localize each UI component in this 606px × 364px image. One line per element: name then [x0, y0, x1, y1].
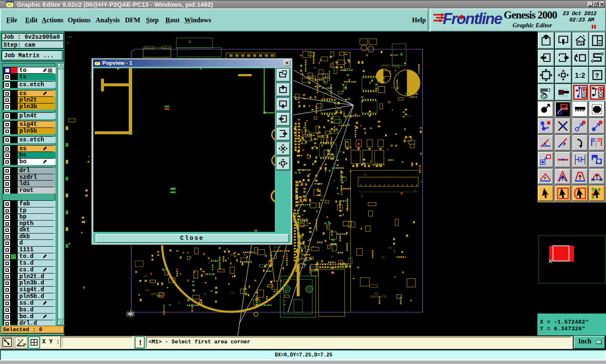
svg-text:C89: C89	[143, 275, 147, 278]
svg-text:C618: C618	[395, 66, 400, 69]
svg-text:U6: U6	[284, 300, 286, 303]
svg-text:□8: □8	[66, 41, 69, 44]
svg-text:OK: OK	[23, 343, 27, 346]
svg-text:C55: C55	[321, 98, 325, 101]
svg-text:C31: C31	[363, 174, 367, 176]
svg-text:R77: R77	[296, 98, 300, 101]
svg-text:C7: C7	[395, 82, 398, 85]
svg-text:1:2: 1:2	[575, 72, 585, 80]
svg-text:□□04: □□04	[66, 36, 72, 39]
svg-text:T4: T4	[414, 190, 416, 192]
svg-text:Q3: Q3	[331, 255, 334, 258]
svg-text:R4: R4	[293, 236, 296, 238]
svg-text:C64: C64	[231, 292, 234, 295]
svg-text:!: !	[138, 339, 143, 347]
svg-text:XY: XY	[598, 42, 602, 45]
svg-text:U13: U13	[391, 87, 395, 89]
svg-text:U12: U12	[145, 289, 150, 292]
svg-text:J5: J5	[178, 302, 181, 304]
svg-text:?: ?	[595, 72, 599, 80]
svg-text:(6825.175): (6825.175)	[369, 295, 387, 298]
svg-text:J2: J2	[420, 180, 423, 183]
svg-text:R31: R31	[313, 67, 317, 69]
svg-text:R9: R9	[169, 304, 172, 306]
svg-text:U7: U7	[407, 76, 409, 79]
svg-text:U2: U2	[190, 256, 193, 258]
svg-text:R18: R18	[388, 247, 392, 250]
svg-text:L2: L2	[208, 262, 210, 264]
svg-text:D4: D4	[382, 256, 384, 259]
svg-text:U51: U51	[393, 249, 396, 253]
svg-text:C5: C5	[332, 180, 335, 183]
svg-text:C12: C12	[361, 194, 364, 197]
svg-text:G: G	[579, 158, 581, 162]
svg-text:L: L	[18, 338, 20, 342]
svg-text:C77: C77	[407, 116, 411, 118]
svg-text:TP2: TP2	[230, 254, 234, 257]
